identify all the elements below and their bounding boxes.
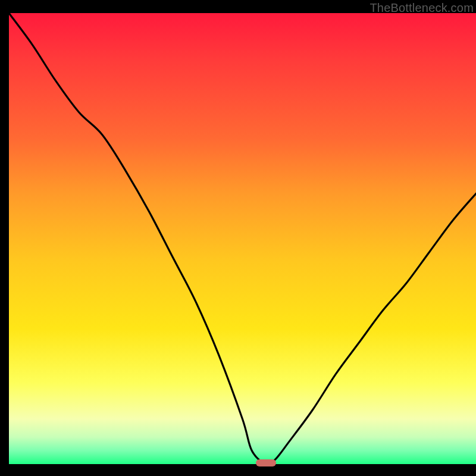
plot-gradient-area [9, 13, 476, 464]
bottleneck-curve [9, 13, 476, 464]
optimum-marker [256, 459, 276, 466]
chart-frame: TheBottleneck.com [9, 0, 476, 467]
